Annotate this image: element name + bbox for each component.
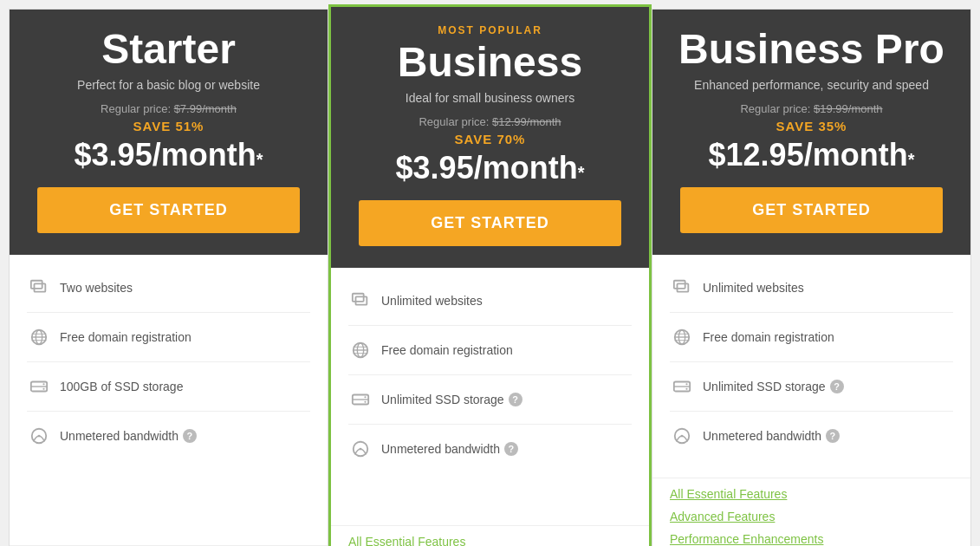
- feature-text: Unlimited SSD storage: [703, 380, 826, 393]
- plan-tagline: Perfect for a basic blog or website: [23, 78, 315, 92]
- current-price: $12.95/month*: [665, 137, 957, 173]
- info-icon[interactable]: ?: [183, 429, 197, 443]
- bandwidth-icon: [27, 424, 51, 448]
- current-price: $3.95/month*: [23, 137, 315, 173]
- plan-header-starter: Starter Perfect for a basic blog or webs…: [10, 10, 328, 255]
- storage-icon: [348, 387, 373, 412]
- bandwidth-icon: [348, 437, 373, 461]
- feature-text: Unmetered bandwidth: [703, 429, 821, 443]
- feature-item: Unmetered bandwidth ?: [27, 412, 310, 460]
- feature-link[interactable]: All Essential Features: [348, 535, 632, 546]
- feature-text: Free domain registration: [703, 330, 834, 344]
- domain-icon: [670, 325, 694, 349]
- svg-point-9: [42, 383, 44, 385]
- feature-text: Free domain registration: [381, 343, 513, 357]
- regular-price: Regular price: $12.99/month: [344, 115, 636, 128]
- feature-item: Free domain registration: [27, 313, 310, 362]
- feature-item: Unlimited websites: [348, 276, 632, 326]
- feature-link[interactable]: All Essential Features: [670, 487, 953, 501]
- feature-text: Unmetered bandwidth: [60, 429, 178, 443]
- feature-item: Unlimited SSD storage ?: [348, 375, 632, 425]
- feature-item: Unlimited SSD storage ?: [670, 362, 953, 412]
- plan-card-business: MOST POPULAR Business Ideal for small bu…: [328, 4, 652, 546]
- svg-point-36: [685, 387, 687, 389]
- info-icon[interactable]: ?: [504, 442, 518, 456]
- domain-icon: [348, 338, 373, 362]
- domain-icon: [27, 325, 51, 349]
- storage-icon: [27, 374, 51, 399]
- plan-tagline: Enhanced performance, security and speed: [665, 78, 957, 92]
- feature-text: Two websites: [60, 281, 133, 295]
- save-badge: SAVE 70%: [344, 132, 636, 146]
- plan-header-business: MOST POPULAR Business Ideal for small bu…: [331, 7, 649, 268]
- websites-icon: [670, 276, 694, 300]
- feature-text: Unlimited websites: [703, 281, 804, 295]
- pricing-container: Starter Perfect for a basic blog or webs…: [9, 9, 971, 546]
- storage-icon: [670, 374, 694, 399]
- get-started-button[interactable]: GET STARTED: [680, 187, 943, 233]
- feature-item: Unlimited websites: [670, 263, 953, 313]
- feature-link[interactable]: Advanced Features: [670, 510, 953, 523]
- regular-price: Regular price: $7.99/month: [23, 102, 315, 115]
- feature-link[interactable]: Performance Enhancements: [670, 532, 953, 546]
- svg-point-22: [364, 396, 366, 398]
- feature-text: Unmetered bandwidth: [381, 442, 500, 456]
- svg-point-23: [364, 400, 366, 402]
- current-price: $3.95/month*: [344, 150, 636, 186]
- regular-price: Regular price: $19.99/month: [665, 102, 957, 115]
- feature-text: Free domain registration: [60, 330, 191, 344]
- feature-item: Free domain registration: [348, 326, 632, 375]
- feature-item: 100GB of SSD storage: [27, 362, 310, 412]
- plan-features-starter: Two websites Free domain registration 10…: [10, 255, 328, 545]
- get-started-button[interactable]: GET STARTED: [359, 200, 621, 246]
- websites-icon: [348, 289, 373, 313]
- get-started-button[interactable]: GET STARTED: [37, 187, 300, 233]
- feature-links-business-pro: All Essential FeaturesAdvanced FeaturesP…: [652, 478, 970, 546]
- plan-name: Business: [344, 40, 636, 86]
- plan-card-starter: Starter Perfect for a basic blog or webs…: [9, 9, 328, 546]
- plan-card-business-pro: Business Pro Enhanced performance, secur…: [652, 9, 971, 546]
- feature-text: Unlimited websites: [381, 294, 483, 308]
- plan-features-business: Unlimited websites Free domain registrat…: [331, 268, 649, 525]
- plan-tagline: Ideal for small business owners: [344, 91, 636, 105]
- feature-links-business: All Essential FeaturesAdvanced Features: [331, 526, 649, 546]
- svg-point-35: [685, 383, 687, 385]
- bandwidth-icon: [670, 424, 694, 448]
- most-popular-badge: MOST POPULAR: [344, 24, 636, 36]
- svg-point-10: [42, 387, 44, 389]
- websites-icon: [27, 276, 51, 300]
- info-icon[interactable]: ?: [826, 429, 840, 443]
- save-badge: SAVE 35%: [665, 119, 957, 133]
- feature-text: 100GB of SSD storage: [60, 380, 183, 393]
- feature-item: Unmetered bandwidth ?: [348, 425, 632, 473]
- info-icon[interactable]: ?: [830, 380, 844, 393]
- plan-name: Business Pro: [665, 27, 957, 73]
- plan-header-business-pro: Business Pro Enhanced performance, secur…: [652, 10, 970, 255]
- feature-item: Unmetered bandwidth ?: [670, 412, 953, 460]
- feature-item: Free domain registration: [670, 313, 953, 362]
- plan-name: Starter: [23, 27, 315, 73]
- plan-features-business-pro: Unlimited websites Free domain registrat…: [652, 255, 970, 478]
- feature-item: Two websites: [27, 263, 310, 313]
- info-icon[interactable]: ?: [509, 393, 522, 406]
- feature-text: Unlimited SSD storage: [381, 393, 504, 406]
- save-badge: SAVE 51%: [23, 119, 315, 133]
